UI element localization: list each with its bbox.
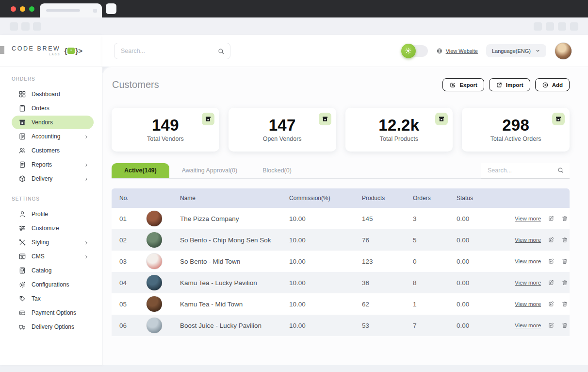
table-search <box>481 163 570 179</box>
browser-tab[interactable] <box>40 3 102 17</box>
tab-title-placeholder <box>46 9 80 12</box>
sidebar-item-dashboard[interactable]: Dashboard <box>12 87 94 101</box>
sidebar-section-label: ORDERS <box>0 76 102 82</box>
cell-name: Boost Juice - Lucky Pavilion <box>180 322 289 329</box>
edit-icon[interactable] <box>548 301 555 307</box>
cell-actions: View more <box>515 215 577 222</box>
tab-close-icon[interactable] <box>93 9 97 13</box>
new-tab-button[interactable] <box>106 3 116 14</box>
view-more-link[interactable]: View more <box>515 322 541 328</box>
view-more-link[interactable]: View more <box>515 258 541 264</box>
sidebar-item-vendors[interactable]: Vendors <box>12 116 94 129</box>
sidebar-item-label: Catalog <box>32 267 51 274</box>
tab-active-149[interactable]: Active(149) <box>112 163 169 178</box>
sidebar-item-delivery-options[interactable]: Delivery Options <box>12 320 94 334</box>
vendor-avatar <box>146 317 163 334</box>
export-button[interactable]: Export <box>442 78 484 91</box>
sidebar-item-payment-options[interactable]: Payment Options <box>12 306 94 320</box>
add-button[interactable]: Add <box>535 78 570 91</box>
toolbar-right-placeholders <box>530 22 578 31</box>
trash-icon[interactable] <box>561 322 568 329</box>
cell-products: 36 <box>362 279 413 287</box>
theme-toggle[interactable] <box>403 45 428 57</box>
cell-actions: View more <box>515 322 577 329</box>
tabs: Active(149)Awaiting Approval(0)Blocked(0… <box>112 163 304 178</box>
view-more-link[interactable]: View more <box>515 237 541 243</box>
dashboard-icon <box>18 90 26 98</box>
sidebar-item-label: Profile <box>32 211 48 218</box>
table-row: 01The Pizza Company10.0014530.00View mor… <box>112 208 570 229</box>
sidebar-item-label: Delivery Options <box>32 323 74 330</box>
vendors-icon <box>18 118 26 126</box>
sidebar-item-accounting[interactable]: Accounting <box>12 130 94 143</box>
view-more-link[interactable]: View more <box>515 216 541 221</box>
sidebar-item-reports[interactable]: Reports <box>12 158 94 171</box>
cell-no: 04 <box>119 279 146 287</box>
reports-icon <box>18 161 26 169</box>
orders-icon <box>18 104 26 112</box>
edit-icon[interactable] <box>548 322 555 329</box>
stat-cards: 149Total Vendors147Open Vendors12.2kTota… <box>112 108 570 152</box>
globe-icon <box>436 48 443 54</box>
language-selector[interactable]: Language(ENG) <box>486 44 546 57</box>
sidebar-item-orders[interactable]: Orders <box>12 101 94 115</box>
view-more-link[interactable]: View more <box>515 301 541 307</box>
sidebar-section: SETTINGSProfileCustomizeStylingCMSCatalo… <box>0 196 102 334</box>
top-header: View Website Language(ENG) <box>102 35 588 67</box>
chevron-right-icon <box>84 240 89 245</box>
view-more-link[interactable]: View more <box>515 280 541 286</box>
trash-icon[interactable] <box>561 301 568 307</box>
cell-no: 05 <box>119 301 146 308</box>
page-title: Customers <box>112 79 159 90</box>
column-header: Status <box>457 195 515 202</box>
sidebar-item-catalog[interactable]: Catalog <box>12 264 94 277</box>
trash-icon[interactable] <box>561 237 568 243</box>
edit-icon[interactable] <box>548 258 555 265</box>
column-header: Products <box>362 195 413 202</box>
app-window: CODE BREW LABS {“}> ORDERSDashboardOrder… <box>0 35 588 372</box>
cell-status: 0.00 <box>457 215 515 222</box>
edit-icon[interactable] <box>548 237 555 243</box>
search-icon <box>557 167 564 174</box>
edit-icon[interactable] <box>548 279 555 286</box>
cell-actions: View more <box>515 301 577 307</box>
cell-products: 53 <box>362 322 413 329</box>
cell-status: 0.00 <box>457 322 515 329</box>
header-search-input[interactable] <box>114 43 230 59</box>
search-icon <box>217 48 225 55</box>
table-row: 03So Bento - Mid Town10.0012300.00View m… <box>112 251 570 272</box>
edit-icon[interactable] <box>548 215 555 222</box>
sidebar-item-customize[interactable]: Customize <box>12 221 94 235</box>
trash-icon[interactable] <box>561 215 568 222</box>
tabs-row: Active(149)Awaiting Approval(0)Blocked(0… <box>112 163 570 179</box>
sidebar-item-styling[interactable]: Styling <box>12 236 94 249</box>
cell-commission: 10.00 <box>289 237 362 244</box>
browser-window: CODE BREW LABS {“}> ORDERSDashboardOrder… <box>0 0 588 372</box>
toolbar-placeholder <box>558 22 566 31</box>
sidebar-item-profile[interactable]: Profile <box>12 207 94 221</box>
chevron-down-icon <box>535 48 540 53</box>
sidebar-item-configurations[interactable]: Configurations <box>12 278 94 291</box>
window-edge-artifact <box>0 46 4 54</box>
minimize-window-button[interactable] <box>20 6 25 12</box>
sidebar-item-tax[interactable]: Tax <box>12 292 94 305</box>
cell-avatar <box>146 274 180 291</box>
user-avatar[interactable] <box>555 42 572 60</box>
sidebar-item-delivery[interactable]: Delivery <box>12 172 94 186</box>
cell-commission: 10.00 <box>289 215 362 222</box>
close-window-button[interactable] <box>11 6 16 12</box>
table-search-input[interactable] <box>481 163 570 178</box>
sidebar-item-label: Tax <box>32 295 41 302</box>
trash-icon[interactable] <box>561 258 568 265</box>
sidebar-item-customers[interactable]: Customers <box>12 144 94 157</box>
chevron-right-icon <box>84 176 89 181</box>
import-button[interactable]: Import <box>489 78 530 91</box>
trash-icon[interactable] <box>561 279 568 286</box>
tab-awaiting-approval-0[interactable]: Awaiting Approval(0) <box>169 163 250 178</box>
maximize-window-button[interactable] <box>29 6 34 12</box>
chevron-right-icon <box>84 254 89 259</box>
tab-blocked-0[interactable]: Blocked(0) <box>250 163 304 178</box>
view-website-link[interactable]: View Website <box>446 48 478 54</box>
sidebar-section: ORDERSDashboardOrdersVendorsAccountingCu… <box>0 76 102 186</box>
sidebar-item-cms[interactable]: CMS <box>12 250 94 263</box>
